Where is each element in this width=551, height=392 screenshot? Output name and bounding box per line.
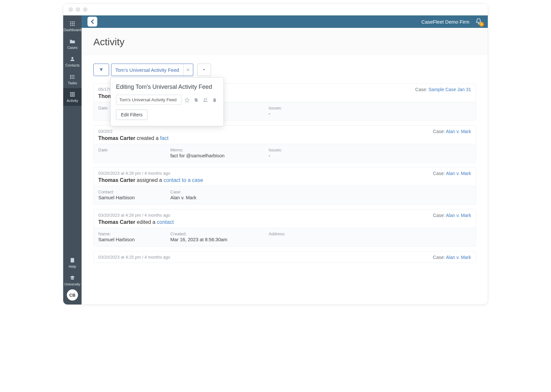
- activity-title: Thomas Carter created a fact: [98, 135, 471, 141]
- activity-case: Case: Alan v. Mark: [433, 255, 471, 260]
- person-icon: [69, 56, 75, 62]
- trash-icon: [212, 97, 217, 103]
- case-link[interactable]: Alan v. Mark: [446, 129, 471, 134]
- detail-value: fact for @samuelharbison: [170, 153, 256, 158]
- window-titlebar: [63, 4, 488, 15]
- list-icon: [69, 91, 75, 97]
- app-logo[interactable]: [87, 17, 97, 27]
- activity-case: Case: Alan v. Mark: [433, 171, 471, 176]
- sidebar-label: Help: [69, 265, 76, 268]
- detail-label: Name:: [98, 231, 157, 236]
- activity-details: Contact:Samuel HarbisonCase:Alan v. Mark: [94, 186, 476, 204]
- sidebar-label: Activity: [67, 99, 78, 103]
- sidebar-item-university[interactable]: University: [63, 272, 82, 289]
- activity-item[interactable]: 03/20/2023 at 4:28 pm / 4 months agoCase…: [93, 209, 476, 246]
- folder-icon: [69, 38, 75, 44]
- star-icon: [184, 97, 190, 103]
- activity-object-link[interactable]: contact: [157, 219, 174, 225]
- sidebar-item-help[interactable]: Help: [63, 254, 82, 272]
- filter-bar: Tom's Universal Activity Feed Editing To…: [93, 64, 476, 76]
- active-filter-pill[interactable]: Tom's Universal Activity Feed: [111, 64, 193, 76]
- notifications-button[interactable]: 6: [475, 18, 482, 26]
- topbar: CaseFleet Demo Firm 6: [82, 15, 488, 28]
- activity-case: Case: Alan v. Mark: [433, 129, 471, 134]
- traffic-light-close[interactable]: [68, 7, 73, 12]
- grid-icon: [69, 21, 75, 27]
- detail-value: Alan v. Mark: [170, 195, 256, 200]
- activity-case: Case: Alan v. Mark: [433, 213, 471, 218]
- activity-details: Date:Memo:fact for @samuelharbisonIssues…: [94, 144, 476, 162]
- case-link[interactable]: Sample Case Jan 31: [428, 87, 471, 92]
- sidebar-item-tasks[interactable]: Tasks: [63, 70, 82, 88]
- filter-button[interactable]: [93, 64, 109, 76]
- sidebar-item-contacts[interactable]: Contacts: [63, 53, 82, 70]
- sidebar-label: Tasks: [68, 81, 77, 85]
- activity-timestamp: 03/20/2: [98, 129, 112, 134]
- duplicate-button[interactable]: [193, 96, 200, 104]
- activity-case: Case: Sample Case Jan 31: [415, 87, 471, 92]
- edit-filter-popover: Editing Tom's Universal Activity Feed Ed…: [110, 77, 224, 126]
- sidebar-label: University: [65, 282, 80, 286]
- activity-item[interactable]: 03/20/2023 at 4:28 pm / 4 months agoCase…: [93, 167, 476, 205]
- activity-title: Thomas Carter assigned a contact to a ca…: [98, 177, 471, 183]
- detail-label: Case:: [170, 189, 256, 194]
- activity-timestamp: 03/20/2023 at 4:25 pm / 4 months ago: [98, 255, 170, 260]
- sidebar-item-activity[interactable]: Activity: [63, 88, 82, 106]
- detail-value: Samuel Harbison: [98, 237, 157, 242]
- content-area: Tom's Universal Activity Feed Editing To…: [82, 55, 488, 304]
- copy-icon: [194, 97, 199, 103]
- filter-name-input[interactable]: [116, 95, 181, 105]
- activity-title: Thomas Carter edited a contact: [98, 219, 471, 225]
- firm-name[interactable]: CaseFleet Demo Firm: [421, 19, 469, 25]
- detail-label: Date:: [98, 147, 157, 152]
- detail-value: -: [269, 111, 328, 116]
- people-icon: [203, 97, 208, 103]
- activity-object-link[interactable]: contact to a case: [163, 177, 203, 183]
- activity-timestamp: 03/20/2023 at 4:28 pm / 4 months ago: [98, 213, 170, 218]
- activity-item[interactable]: 03/20/2Case: Alan v. MarkThomas Carter c…: [93, 125, 476, 163]
- clear-filter-button[interactable]: [183, 64, 193, 76]
- activity-details: Name:Samuel HarbisonCreated:Mar 16, 2023…: [94, 228, 476, 246]
- graduation-icon: [69, 275, 75, 281]
- page-title: Activity: [93, 36, 476, 48]
- detail-label: Issues:: [269, 106, 328, 110]
- close-icon: [186, 68, 190, 72]
- detail-value: -: [269, 153, 328, 158]
- page-header: Activity: [82, 28, 488, 55]
- case-link[interactable]: Alan v. Mark: [446, 255, 471, 260]
- tasks-icon: [69, 74, 75, 80]
- share-button[interactable]: [202, 96, 209, 104]
- book-icon: [69, 257, 75, 263]
- popover-title: Editing Tom's Universal Activity Feed: [116, 83, 218, 91]
- detail-value: Samuel Harbison: [98, 195, 157, 200]
- sidebar-item-dashboard[interactable]: Dashboard: [63, 17, 82, 35]
- activity-timestamp: 03/20/2023 at 4:28 pm / 4 months ago: [98, 171, 170, 176]
- favorite-button[interactable]: [183, 96, 191, 104]
- traffic-light-minimize[interactable]: [76, 7, 80, 12]
- activity-object-link[interactable]: fact: [160, 135, 169, 141]
- filter-dropdown-button[interactable]: [197, 64, 211, 76]
- traffic-light-zoom[interactable]: [83, 7, 87, 12]
- sidebar-label: Cases: [67, 46, 77, 49]
- filter-label: Tom's Universal Activity Feed: [111, 67, 183, 73]
- filter-icon: [99, 68, 104, 72]
- detail-label: Memo:: [170, 147, 256, 152]
- sidebar: Dashboard Cases Contacts Tasks Activity: [63, 15, 82, 304]
- detail-label: Issues:: [269, 147, 328, 152]
- sidebar-item-cases[interactable]: Cases: [63, 35, 82, 53]
- detail-label: Contact:: [98, 189, 157, 194]
- case-link[interactable]: Alan v. Mark: [446, 171, 471, 176]
- notif-badge: 6: [479, 22, 484, 27]
- case-link[interactable]: Alan v. Mark: [446, 213, 471, 218]
- avatar[interactable]: CB: [67, 289, 78, 301]
- sidebar-label: Contacts: [65, 63, 79, 67]
- sidebar-label: Dashboard: [64, 28, 81, 32]
- chevron-down-icon: [202, 68, 206, 72]
- detail-value: Mar 16, 2023 at 8:56:30am: [170, 237, 256, 242]
- delete-button[interactable]: [211, 96, 218, 104]
- detail-label: Created:: [170, 231, 256, 236]
- activity-item[interactable]: 03/20/2023 at 4:25 pm / 4 months agoCase…: [93, 251, 476, 263]
- edit-filters-button[interactable]: Edit Filters: [116, 109, 147, 120]
- detail-label: Address:: [269, 231, 328, 236]
